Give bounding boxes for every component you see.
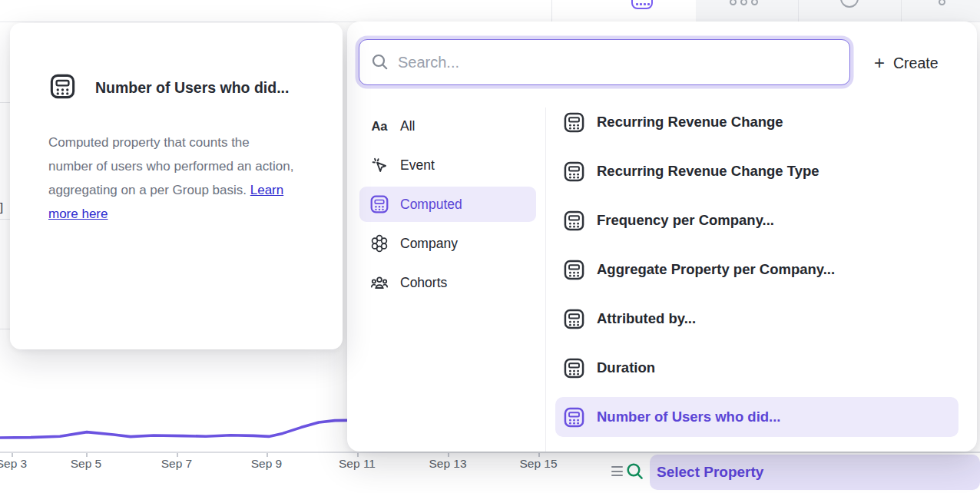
x-axis-label: Sep 11 [333,457,382,471]
bar-chart-icon [730,0,737,5]
axis-tick [177,453,178,457]
tab-chart-funnel[interactable] [901,0,980,22]
x-axis-label: Sep 3 [0,457,36,471]
plus-icon: + [874,54,885,72]
line-chart-icon [631,0,653,9]
x-axis-label: Sep 5 [61,457,111,471]
select-property-field[interactable]: Select Property [650,455,980,490]
background-row-border [0,219,10,220]
screen: y] Sep 3 Sep 5 Sep 7 Sep 9 Sep 11 Sep 13… [0,0,980,493]
axis-tick [12,453,13,457]
property-row-recurring-revenue-change[interactable]: Recurring Revenue Change [555,102,958,142]
calculator-icon [564,161,584,182]
axis-tick [267,453,268,457]
search-input[interactable] [359,40,849,84]
learn-more-link[interactable]: Learn [250,183,283,197]
tooltip-description: Computed property that counts the number… [48,131,293,226]
property-picker-panel: + Create Aa All Event [347,22,977,452]
category-item-cohorts[interactable]: Cohorts [359,265,536,300]
funnel-icon [939,0,945,5]
calculator-icon [370,195,389,213]
calculator-icon [564,309,584,329]
background-row-border [0,329,10,329]
property-row-attributed-by[interactable]: Attributed by... [555,299,958,339]
search-box [359,39,850,85]
category-item-event[interactable]: Event [359,147,536,183]
category-list: Aa All Event [359,108,536,304]
property-row-duration[interactable]: Duration [555,348,958,388]
x-axis-line [0,452,980,453]
property-row-frequency-per-company[interactable]: Frequency per Company... [555,200,958,240]
x-axis-label: Sep 9 [242,457,291,471]
drag-handle-icon[interactable] [611,466,623,479]
property-row-recurring-revenue-change-type[interactable]: Recurring Revenue Change Type [555,151,958,191]
retention-icon [840,0,859,8]
calculator-icon [564,407,584,428]
property-tooltip-card: Number of Users who did... Computed prop… [10,23,343,349]
learn-more-link[interactable]: more here [48,207,108,221]
trend-line-chart [0,411,361,452]
axis-tick [538,453,540,457]
calculator-icon [50,74,75,102]
category-item-all[interactable]: Aa All [359,108,536,144]
axis-tick [357,453,359,457]
property-search-icon [625,462,645,481]
create-button[interactable]: + Create [874,51,939,75]
category-item-company[interactable]: Company [359,226,536,261]
event-cursor-icon [370,157,389,174]
tab-chart-retention[interactable] [798,0,901,22]
company-cluster-icon [370,234,389,253]
panel-divider [545,108,546,452]
select-property-label: Select Property [657,464,763,481]
x-axis-label: Sep 7 [152,457,201,471]
property-list: Recurring Revenue Change Recurring Reven… [555,102,958,446]
property-row-number-of-users-who-did[interactable]: Number of Users who did... [555,397,958,437]
tab-chart-bar[interactable] [696,0,798,22]
tooltip-title: Number of Users who did... [95,79,289,97]
category-item-computed[interactable]: Computed [359,187,536,222]
property-row-aggregate-property-per-company[interactable]: Aggregate Property per Company... [555,250,958,290]
calculator-icon [564,112,584,133]
x-axis-label: Sep 13 [423,457,472,471]
calculator-icon [564,260,584,280]
background-clipped-text: y] [0,200,3,214]
axis-tick [86,453,88,457]
calculator-icon [564,210,584,231]
background-row-border [0,102,10,103]
x-axis-label: Sep 15 [514,457,563,471]
calculator-icon [564,358,584,379]
tab-chart-line-active[interactable] [590,0,696,22]
axis-tick [448,453,449,457]
header-divider [551,0,552,22]
cohorts-people-icon [370,273,389,292]
text-aa-icon: Aa [370,119,389,134]
